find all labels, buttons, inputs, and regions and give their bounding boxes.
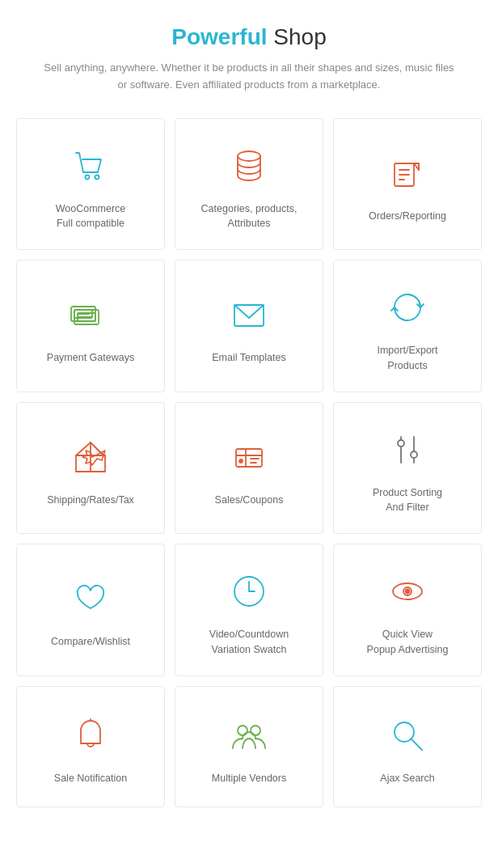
ajax-label: Ajax Search bbox=[380, 771, 434, 786]
email-label: Email Templates bbox=[212, 350, 285, 366]
svg-point-33 bbox=[238, 726, 247, 735]
card-woocommerce: WooCommerceFull compatible bbox=[16, 118, 165, 251]
orders-label: Orders/Reporting bbox=[369, 209, 446, 224]
shipping-icon bbox=[66, 433, 115, 481]
features-grid: WooCommerceFull compatible Categories, p… bbox=[0, 110, 498, 824]
card-payment: Payment Gateways bbox=[16, 260, 165, 392]
quickview-label: Quick ViewPopup Advertising bbox=[367, 627, 449, 658]
quickview-icon bbox=[383, 567, 432, 616]
card-vendors: Multiple Vendors bbox=[175, 686, 323, 807]
page-title: Powerful Shop bbox=[40, 24, 458, 50]
shipping-label: Shipping/Rates/Tax bbox=[47, 493, 134, 508]
svg-line-36 bbox=[411, 739, 422, 750]
woocommerce-icon bbox=[66, 142, 115, 190]
card-sales: Sales/Coupons bbox=[175, 402, 323, 535]
card-compare: Compare/Wishlist bbox=[16, 544, 165, 676]
video-label: Video/CountdownVariation Swatch bbox=[209, 627, 289, 658]
card-ajax: Ajax Search bbox=[333, 686, 482, 807]
woocommerce-label: WooCommerceFull compatible bbox=[56, 201, 126, 232]
categories-label: Categories, products,Attributes bbox=[201, 201, 298, 232]
card-video: Video/CountdownVariation Swatch bbox=[175, 544, 323, 676]
vendors-icon bbox=[225, 711, 273, 760]
svg-point-34 bbox=[251, 726, 260, 735]
notification-label: Sale Notification bbox=[54, 771, 127, 786]
page-header: Powerful Shop Sell anything, anywhere. W… bbox=[0, 0, 498, 110]
title-colored: Powerful bbox=[171, 24, 267, 49]
card-quickview: Quick ViewPopup Advertising bbox=[333, 544, 482, 676]
payment-icon bbox=[66, 290, 115, 339]
page-description: Sell anything, anywhere. Whether it be p… bbox=[40, 60, 458, 94]
card-sorting: Product SortingAnd Filter bbox=[333, 402, 482, 535]
sorting-icon bbox=[383, 426, 432, 474]
ajax-icon bbox=[383, 711, 432, 760]
card-import: Import/ExportProducts bbox=[333, 260, 482, 392]
notification-icon bbox=[66, 711, 115, 760]
card-email: Email Templates bbox=[175, 260, 323, 392]
svg-point-21 bbox=[239, 459, 243, 463]
svg-point-1 bbox=[95, 175, 99, 179]
sales-icon bbox=[225, 433, 273, 481]
import-icon bbox=[383, 283, 432, 332]
compare-label: Compare/Wishlist bbox=[51, 634, 130, 650]
sorting-label: Product SortingAnd Filter bbox=[373, 485, 442, 516]
email-icon bbox=[225, 290, 273, 339]
import-label: Import/ExportProducts bbox=[377, 343, 437, 374]
card-orders: Orders/Reporting bbox=[333, 118, 482, 251]
svg-point-27 bbox=[411, 451, 417, 458]
compare-icon bbox=[66, 574, 115, 623]
svg-point-2 bbox=[238, 151, 260, 161]
svg-point-31 bbox=[406, 590, 410, 594]
categories-icon bbox=[225, 142, 273, 190]
title-plain: Shop bbox=[268, 24, 327, 49]
card-shipping: Shipping/Rates/Tax bbox=[16, 402, 165, 535]
vendors-label: Multiple Vendors bbox=[212, 771, 286, 786]
svg-point-26 bbox=[398, 440, 404, 447]
svg-point-0 bbox=[86, 175, 90, 179]
card-categories: Categories, products,Attributes bbox=[175, 118, 323, 251]
card-notification: Sale Notification bbox=[16, 686, 165, 807]
svg-rect-18 bbox=[236, 449, 262, 467]
payment-label: Payment Gateways bbox=[47, 350, 134, 366]
sales-label: Sales/Coupons bbox=[215, 493, 284, 508]
orders-icon bbox=[383, 149, 432, 197]
video-icon bbox=[225, 567, 273, 616]
